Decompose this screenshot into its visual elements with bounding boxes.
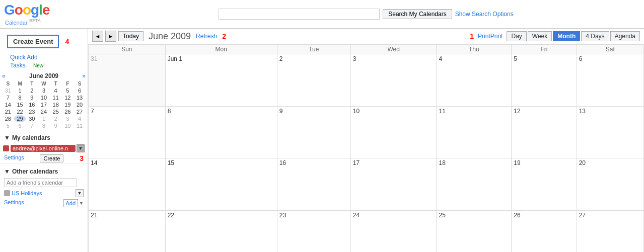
- mini-cal-day[interactable]: 7: [2, 94, 14, 101]
- mini-cal-day[interactable]: 11: [50, 94, 62, 101]
- mini-cal-day[interactable]: 23: [26, 108, 38, 115]
- prev-button[interactable]: ◄: [92, 31, 103, 42]
- date-number: 23: [279, 212, 286, 219]
- mini-cal-next[interactable]: »: [82, 72, 86, 79]
- mini-cal-day[interactable]: 11: [74, 122, 86, 129]
- next-button[interactable]: ►: [105, 31, 116, 42]
- mini-cal-day[interactable]: 2: [26, 87, 38, 94]
- mini-cal-day[interactable]: 9: [26, 94, 38, 101]
- tasks-link[interactable]: Tasks: [5, 61, 31, 70]
- date-number: 5: [514, 55, 517, 62]
- mini-cal-day[interactable]: 19: [62, 101, 74, 108]
- us-holidays-label[interactable]: US Holidays: [12, 190, 76, 196]
- table-row[interactable]: 20: [577, 158, 643, 211]
- table-row[interactable]: 7: [89, 106, 166, 158]
- add-friend-calendar-input[interactable]: [4, 178, 77, 187]
- mini-cal-day[interactable]: 18: [50, 101, 62, 108]
- table-row[interactable]: 2: [277, 54, 350, 107]
- view-month-button[interactable]: Month: [553, 31, 580, 41]
- mini-cal-day[interactable]: 3: [62, 115, 74, 122]
- table-row[interactable]: 4: [437, 54, 512, 107]
- table-row[interactable]: 26: [512, 210, 577, 252]
- mini-cal-day[interactable]: 24: [38, 108, 50, 115]
- my-calendars-create-button[interactable]: Create: [40, 154, 63, 162]
- mini-cal-day[interactable]: 1: [38, 115, 50, 122]
- table-row[interactable]: 22: [165, 210, 277, 252]
- table-row[interactable]: 25: [437, 210, 512, 252]
- mini-cal-day[interactable]: 5: [2, 122, 14, 129]
- other-calendars-add-arrow[interactable]: ▼: [79, 201, 84, 206]
- table-row[interactable]: 27: [577, 210, 643, 252]
- other-calendars-header[interactable]: ▼ Other calendars: [0, 166, 88, 177]
- table-row[interactable]: 3: [350, 54, 437, 107]
- my-calendars-settings-link[interactable]: Settings: [4, 154, 24, 162]
- search-button[interactable]: Search My Calendars: [383, 9, 452, 19]
- mini-cal-day[interactable]: 26: [62, 108, 74, 115]
- mini-cal-day[interactable]: 9: [50, 122, 62, 129]
- mini-cal-day[interactable]: 27: [74, 108, 86, 115]
- view-4days-button[interactable]: 4 Days: [581, 31, 609, 41]
- refresh-link[interactable]: Refresh: [196, 33, 217, 40]
- mini-cal-day[interactable]: 29: [14, 115, 26, 122]
- table-row[interactable]: 24: [350, 210, 437, 252]
- table-row[interactable]: 17: [350, 158, 437, 211]
- table-row[interactable]: Jun 1: [165, 54, 277, 107]
- mini-cal-day[interactable]: 1: [14, 87, 26, 94]
- mini-cal-day[interactable]: 7: [26, 122, 38, 129]
- table-row[interactable]: 9: [277, 106, 350, 158]
- view-agenda-button[interactable]: Agenda: [610, 31, 640, 41]
- mini-cal-day[interactable]: 28: [2, 115, 14, 122]
- other-calendars-settings-link[interactable]: Settings: [4, 199, 24, 207]
- mini-cal-day[interactable]: 22: [14, 108, 26, 115]
- mini-cal-day[interactable]: 6: [14, 122, 26, 129]
- mini-cal-day[interactable]: 16: [26, 101, 38, 108]
- mini-cal-day[interactable]: 20: [74, 101, 86, 108]
- table-row[interactable]: 15: [165, 158, 277, 211]
- mini-cal-day[interactable]: 30: [26, 115, 38, 122]
- mini-cal-day[interactable]: 12: [62, 94, 74, 101]
- calendar-dropdown-andrea[interactable]: ▼: [77, 144, 85, 152]
- mini-cal-day[interactable]: 17: [38, 101, 50, 108]
- mini-cal-day[interactable]: 14: [2, 101, 14, 108]
- mini-cal-day[interactable]: 13: [74, 94, 86, 101]
- create-event-button[interactable]: Create Event: [7, 35, 59, 48]
- table-row[interactable]: 18: [437, 158, 512, 211]
- view-week-button[interactable]: Week: [528, 31, 552, 41]
- table-row[interactable]: 12: [512, 106, 577, 158]
- my-calendars-header[interactable]: ▼ My calendars: [0, 132, 88, 143]
- table-row[interactable]: 23: [277, 210, 350, 252]
- mini-cal-day[interactable]: 5: [62, 87, 74, 94]
- show-search-options-link[interactable]: Show Search Options: [455, 11, 514, 18]
- mini-cal-day[interactable]: 4: [74, 115, 86, 122]
- mini-cal-day[interactable]: 2: [50, 115, 62, 122]
- table-row[interactable]: 10: [350, 106, 437, 158]
- mini-cal-day[interactable]: 25: [50, 108, 62, 115]
- table-row[interactable]: 6: [577, 54, 643, 107]
- table-row[interactable]: 14: [89, 158, 166, 211]
- mini-cal-day[interactable]: 15: [14, 101, 26, 108]
- search-input[interactable]: [219, 9, 380, 20]
- mini-cal-day[interactable]: 10: [38, 94, 50, 101]
- table-row[interactable]: 11: [437, 106, 512, 158]
- other-calendars-add-link[interactable]: Add: [63, 199, 79, 207]
- view-day-button[interactable]: Day: [507, 31, 526, 41]
- table-row[interactable]: 13: [577, 106, 643, 158]
- table-row[interactable]: 21: [89, 210, 166, 252]
- mini-cal-day[interactable]: 4: [50, 87, 62, 94]
- table-row[interactable]: 8: [165, 106, 277, 158]
- table-row[interactable]: 5: [512, 54, 577, 107]
- mini-cal-prev[interactable]: «: [2, 72, 6, 79]
- us-holidays-dropdown[interactable]: ▼: [76, 189, 84, 197]
- mini-cal-day[interactable]: 10: [62, 122, 74, 129]
- table-row[interactable]: 16: [277, 158, 350, 211]
- mini-cal-day[interactable]: 8: [38, 122, 50, 129]
- mini-cal-day[interactable]: 3: [38, 87, 50, 94]
- mini-cal-day[interactable]: 6: [74, 87, 86, 94]
- mini-cal-day[interactable]: 21: [2, 108, 14, 115]
- print-link[interactable]: PrintPrint: [478, 33, 503, 40]
- mini-cal-day[interactable]: 31: [2, 87, 14, 94]
- today-button[interactable]: Today: [118, 31, 144, 41]
- table-row[interactable]: 31: [89, 54, 166, 107]
- mini-cal-day[interactable]: 8: [14, 94, 26, 101]
- table-row[interactable]: 19: [512, 158, 577, 211]
